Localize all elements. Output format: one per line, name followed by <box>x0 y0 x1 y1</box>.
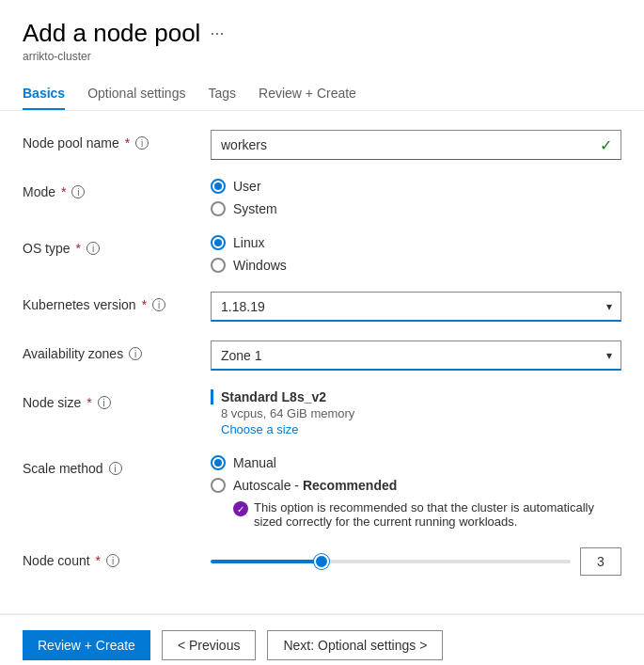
node-size-control: Standard L8s_v2 8 vcpus, 64 GiB memory C… <box>211 389 621 436</box>
kubernetes-version-row: Kubernetes version * i 1.18.19 ▾ <box>23 292 621 322</box>
mode-row: Mode * i User System <box>23 179 621 216</box>
node-size-required: * <box>86 395 91 410</box>
kubernetes-version-label-text: Kubernetes version <box>23 297 136 312</box>
node-pool-name-control: ✓ <box>211 130 621 160</box>
os-windows-option[interactable]: Windows <box>211 258 621 273</box>
availability-zones-info-icon[interactable]: i <box>129 347 142 360</box>
os-type-row: OS type * i Linux Windows <box>23 235 621 273</box>
node-pool-name-check-icon: ✓ <box>600 136 612 154</box>
mode-system-radio[interactable] <box>211 201 226 216</box>
scale-autoscale-radio[interactable] <box>211 478 226 493</box>
node-size-label-text: Node size <box>23 395 81 410</box>
tab-tags[interactable]: Tags <box>208 78 236 110</box>
os-type-info-icon[interactable]: i <box>86 242 100 255</box>
node-count-row: Node count * i 3 <box>23 547 621 576</box>
os-linux-option[interactable]: Linux <box>211 235 621 250</box>
node-size-block: Standard L8s_v2 8 vcpus, 64 GiB memory C… <box>211 389 621 436</box>
node-size-info-icon[interactable]: i <box>98 396 111 409</box>
scale-manual-option[interactable]: Manual <box>211 455 621 470</box>
scale-method-control: Manual Autoscale - Recommended ✓ This op… <box>211 455 621 529</box>
node-count-label-text: Node count <box>23 553 90 568</box>
node-pool-name-label: Node pool name * i <box>23 130 211 150</box>
scale-method-label-text: Scale method <box>23 461 103 476</box>
page-title: Add a node pool <box>23 19 200 48</box>
page-subtitle: arrikto-cluster <box>23 50 621 63</box>
os-windows-label: Windows <box>233 258 287 273</box>
node-pool-name-input-wrapper: ✓ <box>211 130 621 160</box>
tab-bar: Basics Optional settings Tags Review + C… <box>0 78 644 111</box>
scale-manual-label: Manual <box>233 455 276 470</box>
scale-manual-radio[interactable] <box>211 455 226 470</box>
mode-user-option[interactable]: User <box>211 179 621 194</box>
tab-review-create[interactable]: Review + Create <box>259 78 356 110</box>
scale-autoscale-option[interactable]: Autoscale - Recommended <box>211 478 621 493</box>
availability-zones-label: Availability zones i <box>23 340 211 361</box>
scale-autoscale-label: Autoscale - Recommended <box>233 478 397 493</box>
scale-method-row: Scale method i Manual Autoscale - Recomm… <box>23 455 621 529</box>
kubernetes-version-control: 1.18.19 ▾ <box>211 292 621 322</box>
node-count-required: * <box>96 553 101 568</box>
node-size-label: Node size * i <box>23 389 211 410</box>
node-size-detail: 8 vcpus, 64 GiB memory <box>211 406 621 420</box>
availability-zones-label-text: Availability zones <box>23 346 123 361</box>
os-type-control: Linux Windows <box>211 235 621 273</box>
availability-zones-row: Availability zones i Zone 1 ▾ <box>23 340 621 371</box>
review-create-button[interactable]: Review + Create <box>23 630 150 660</box>
recommend-icon: ✓ <box>233 501 248 516</box>
mode-label: Mode * i <box>23 179 211 199</box>
footer: Review + Create < Previous Next: Optiona… <box>0 614 644 665</box>
os-type-radio-group: Linux Windows <box>211 235 621 273</box>
node-pool-name-required: * <box>125 135 130 150</box>
scale-method-label: Scale method i <box>23 455 211 476</box>
tab-optional-settings[interactable]: Optional settings <box>87 78 185 110</box>
recommendation-note: ✓ This option is recommended so that the… <box>233 500 621 529</box>
os-type-required: * <box>76 241 81 256</box>
kubernetes-version-info-icon[interactable]: i <box>152 298 165 311</box>
node-count-slider[interactable] <box>211 560 571 563</box>
recommendation-text: This option is recommended so that the c… <box>254 500 621 529</box>
node-pool-name-label-text: Node pool name <box>23 135 119 150</box>
kubernetes-version-select[interactable]: 1.18.19 <box>211 292 621 322</box>
page-header: Add a node pool ··· arrikto-cluster <box>0 0 644 71</box>
mode-user-label: User <box>233 179 261 194</box>
node-pool-name-input[interactable] <box>211 130 621 160</box>
node-size-row: Node size * i Standard L8s_v2 8 vcpus, 6… <box>23 389 621 436</box>
mode-required: * <box>61 184 66 199</box>
node-count-label: Node count * i <box>23 547 211 568</box>
mode-system-label: System <box>233 201 277 216</box>
node-count-slider-row: 3 <box>211 547 621 576</box>
mode-system-option[interactable]: System <box>211 201 621 216</box>
tab-basics[interactable]: Basics <box>23 78 65 110</box>
os-linux-radio[interactable] <box>211 235 226 250</box>
mode-control: User System <box>211 179 621 216</box>
os-linux-label: Linux <box>233 235 264 250</box>
os-windows-radio[interactable] <box>211 258 226 273</box>
mode-info-icon[interactable]: i <box>71 185 85 198</box>
kubernetes-version-label: Kubernetes version * i <box>23 292 211 312</box>
node-size-name: Standard L8s_v2 <box>211 389 621 404</box>
mode-radio-group: User System <box>211 179 621 216</box>
ellipsis-menu[interactable]: ··· <box>210 24 224 43</box>
node-count-info-icon[interactable]: i <box>106 554 119 567</box>
node-count-value: 3 <box>580 547 621 576</box>
main-content: Node pool name * i ✓ Mode * i User <box>0 111 644 613</box>
node-count-control: 3 <box>211 547 621 576</box>
mode-user-radio[interactable] <box>211 179 226 194</box>
os-type-label-text: OS type <box>23 241 71 256</box>
node-pool-name-row: Node pool name * i ✓ <box>23 130 621 160</box>
os-type-label: OS type * i <box>23 235 211 256</box>
availability-zones-select[interactable]: Zone 1 <box>211 340 621 371</box>
kubernetes-version-select-wrapper: 1.18.19 ▾ <box>211 292 621 322</box>
kubernetes-version-required: * <box>142 297 147 312</box>
availability-zones-select-wrapper: Zone 1 ▾ <box>211 340 621 371</box>
previous-button[interactable]: < Previous <box>162 630 257 660</box>
scale-method-info-icon[interactable]: i <box>109 462 122 475</box>
next-button[interactable]: Next: Optional settings > <box>267 630 443 660</box>
node-pool-name-info-icon[interactable]: i <box>135 136 149 150</box>
scale-method-radio-group: Manual Autoscale - Recommended <box>211 455 621 493</box>
mode-label-text: Mode <box>23 184 55 199</box>
availability-zones-control: Zone 1 ▾ <box>211 340 621 371</box>
choose-size-link[interactable]: Choose a size <box>211 422 621 436</box>
